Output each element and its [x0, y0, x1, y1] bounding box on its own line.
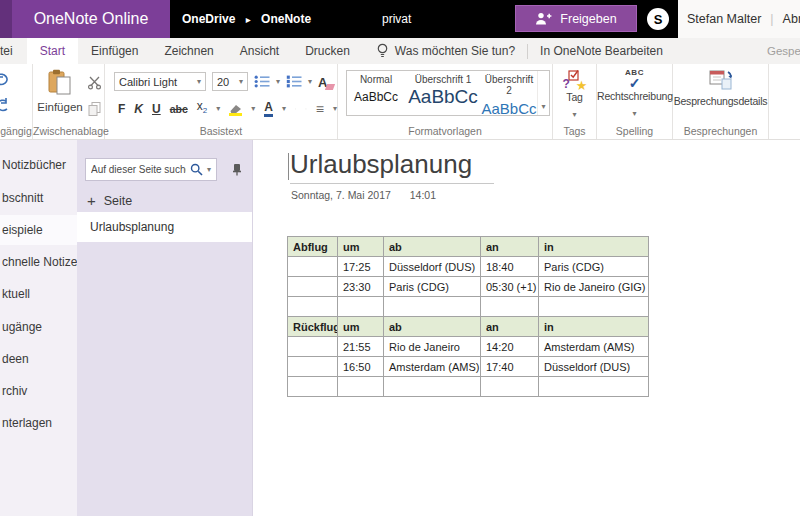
page-list-item-urlaubsplanung[interactable]: Urlaubsplanung	[77, 212, 252, 242]
table-cell[interactable]: 14:20	[481, 337, 539, 357]
table-cell[interactable]	[288, 377, 338, 397]
user-name[interactable]: Stefan Malter	[687, 12, 761, 26]
tell-me-box[interactable]: Was möchten Sie tun?	[377, 43, 515, 59]
sidebar-item-beispiele[interactable]: eispiele	[0, 215, 77, 245]
underline-button[interactable]: U	[152, 102, 161, 116]
skype-icon[interactable]: S	[647, 8, 669, 30]
breadcrumb-onedrive[interactable]: OneDrive	[182, 12, 235, 26]
table-cell[interactable]: 21:55	[338, 337, 384, 357]
style-heading2[interactable]: Überschrift 2 AaBbCc	[481, 71, 537, 115]
numbered-list-icon[interactable]	[286, 75, 302, 88]
table-cell[interactable]: Paris (CDG)	[539, 257, 649, 277]
table-cell[interactable]: ab	[384, 317, 481, 337]
tab-drucken[interactable]: Drucken	[292, 38, 363, 64]
highlight-button[interactable]	[229, 102, 242, 116]
breadcrumb-onenote[interactable]: OneNote	[261, 12, 311, 26]
table-cell[interactable]	[481, 377, 539, 397]
style-normal[interactable]: Normal AaBbCc	[347, 71, 405, 115]
table-cell[interactable]	[338, 377, 384, 397]
table-cell[interactable]	[288, 297, 338, 317]
font-name-select[interactable]: Calibri Light ▾	[114, 72, 206, 91]
sidebar-item-archiv[interactable]: rchiv	[0, 378, 77, 404]
page-title[interactable]: Urlaubsplanung	[290, 149, 494, 184]
table-cell[interactable]: Rückflug	[288, 317, 338, 337]
copy-icon[interactable]	[87, 101, 102, 117]
share-button[interactable]: Freigeben	[515, 5, 637, 32]
chevron-down-icon[interactable]: ▾	[276, 78, 280, 86]
sidebar-item-aktuell[interactable]: ktuell	[0, 281, 77, 307]
bullet-list-icon[interactable]	[254, 75, 270, 88]
sidebar-item-abschnitt[interactable]: bschnitt	[0, 185, 77, 211]
sidebar-item-schnelle-notizen[interactable]: chnelle Notizen	[0, 249, 77, 275]
sidebar-item-zugaenge[interactable]: ugänge	[0, 314, 77, 340]
breadcrumb[interactable]: OneDrive ▸ OneNote	[182, 0, 311, 39]
table-cell[interactable]: um	[338, 237, 384, 257]
spelling-button[interactable]: ABC ✓ Rechtschreibung ▾	[597, 69, 672, 120]
pin-icon[interactable]	[228, 161, 243, 176]
table-cell[interactable]: Düsseldorf (DUS)	[539, 357, 649, 377]
table-cell[interactable]: 17:40	[481, 357, 539, 377]
table-cell[interactable]: 16:50	[338, 357, 384, 377]
meeting-details-button[interactable]: Besprechungsdetails	[673, 69, 768, 107]
italic-button[interactable]: K	[134, 102, 143, 116]
tab-start[interactable]: Start	[27, 38, 78, 64]
decrease-indent-icon[interactable]	[295, 103, 296, 115]
sidebar-item-notizbuecher[interactable]: Notizbücher	[0, 152, 77, 178]
strikethrough-button[interactable]: abc	[170, 102, 188, 116]
style-heading1[interactable]: Überschrift 1 AaBbCc	[405, 71, 481, 115]
tab-zeichnen[interactable]: Zeichnen	[151, 38, 226, 64]
tab-file[interactable]: tei	[0, 38, 19, 64]
table-cell[interactable]	[384, 297, 481, 317]
table-cell[interactable]: Abflug	[288, 237, 338, 257]
table-cell[interactable]: Amsterdam (AMS)	[539, 337, 649, 357]
table-cell[interactable]	[288, 257, 338, 277]
subscript-button[interactable]: x2	[197, 99, 207, 118]
tag-button[interactable]: ? ★ Tag ▾	[553, 69, 596, 121]
table-cell[interactable]: 17:25	[338, 257, 384, 277]
table-cell[interactable]: in	[539, 317, 649, 337]
table-cell[interactable]	[338, 297, 384, 317]
paste-button[interactable]: Einfügen	[37, 69, 83, 113]
chevron-down-icon[interactable]: ▾	[216, 105, 220, 113]
chevron-down-icon[interactable]: ▾	[207, 166, 211, 174]
table-cell[interactable]: Amsterdam (AMS)	[384, 357, 481, 377]
table-cell[interactable]: in	[539, 237, 649, 257]
page-search-input[interactable]: Auf dieser Seite suchen ▾	[85, 158, 217, 181]
style-gallery-more-button[interactable]: ▾	[537, 71, 549, 115]
chevron-down-icon[interactable]: ▾	[308, 78, 312, 86]
redo-icon[interactable]	[0, 98, 12, 114]
table-cell[interactable]	[481, 297, 539, 317]
table-cell[interactable]	[384, 377, 481, 397]
cut-icon[interactable]	[87, 75, 102, 90]
table-cell[interactable]: an	[481, 237, 539, 257]
paragraph-alignment-button[interactable]: ≡	[316, 102, 324, 116]
table-cell[interactable]	[288, 357, 338, 377]
table-cell[interactable]: Rio de Janeiro	[384, 337, 481, 357]
font-color-button[interactable]: A	[264, 100, 273, 117]
undo-icon[interactable]	[0, 72, 12, 88]
table-cell[interactable]	[539, 377, 649, 397]
increase-indent-icon[interactable]	[305, 103, 306, 115]
table-cell[interactable]: 18:40	[481, 257, 539, 277]
table-cell[interactable]: 23:30	[338, 277, 384, 297]
table-cell[interactable]: an	[481, 317, 539, 337]
table-cell[interactable]: um	[338, 317, 384, 337]
table-cell[interactable]: Paris (CDG)	[384, 277, 481, 297]
table-cell[interactable]: ab	[384, 237, 481, 257]
table-cell[interactable]	[288, 277, 338, 297]
sidebar-item-ideen[interactable]: deen	[0, 346, 77, 372]
clear-formatting-button[interactable]: A	[318, 73, 327, 91]
table-cell[interactable]	[288, 337, 338, 357]
page-editor[interactable]: Urlaubsplanung Sonntag, 7. Mai 2017 14:0…	[253, 140, 800, 516]
chevron-down-icon[interactable]: ▾	[282, 105, 286, 113]
chevron-down-icon[interactable]: ▾	[251, 105, 255, 113]
table-cell[interactable]: Rio de Janeiro (GIG)	[539, 277, 649, 297]
font-size-select[interactable]: 20 ▾	[212, 72, 248, 91]
app-launcher-edge[interactable]	[0, 0, 12, 38]
tab-ansicht[interactable]: Ansicht	[227, 38, 292, 64]
table-cell[interactable]	[539, 297, 649, 317]
sidebar-item-unterlagen[interactable]: nterlagen	[0, 410, 77, 436]
table-cell[interactable]: Düsseldorf (DUS)	[384, 257, 481, 277]
edit-in-onenote-link[interactable]: In OneNote Bearbeiten	[540, 44, 663, 58]
table-cell[interactable]: 05:30 (+1)	[481, 277, 539, 297]
